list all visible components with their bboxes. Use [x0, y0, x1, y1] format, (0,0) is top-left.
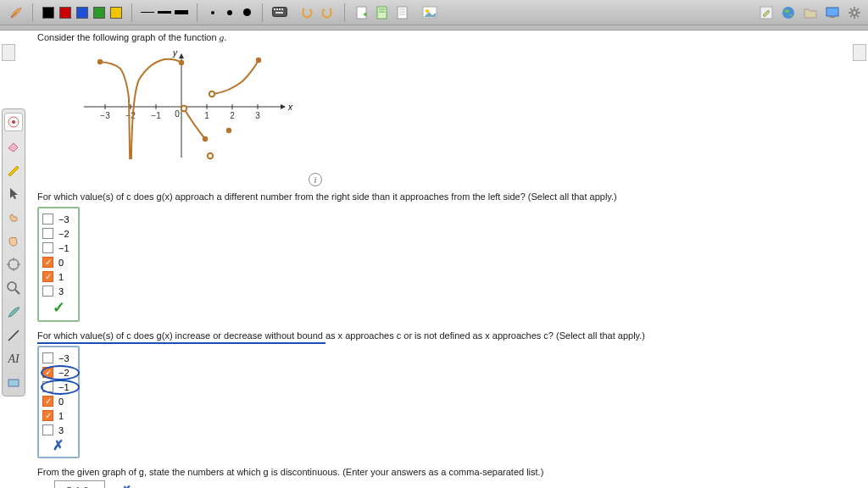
highlighter-tool[interactable] [4, 160, 23, 179]
magnifier-tool[interactable] [4, 279, 23, 297]
svg-point-31 [12, 120, 15, 124]
color-green[interactable] [92, 6, 106, 19]
info-icon[interactable]: i [309, 173, 322, 186]
q1-text: For which value(s) of c does g(x) approa… [37, 191, 853, 202]
page-green-icon[interactable] [374, 5, 391, 20]
checkbox[interactable] [42, 424, 53, 435]
option-row[interactable]: ✓−2 [42, 365, 70, 380]
page-plain-icon[interactable] [394, 5, 411, 20]
svg-text:3: 3 [255, 111, 260, 120]
option-row[interactable]: 3 [42, 284, 70, 298]
option-row[interactable]: ✓1 [42, 408, 70, 423]
checkbox[interactable]: ✓ [42, 410, 53, 421]
gear-icon[interactable] [846, 5, 863, 20]
color-yellow[interactable] [109, 6, 123, 19]
checkbox[interactable]: ✓ [42, 367, 53, 378]
checkbox[interactable]: ✓ [42, 396, 53, 407]
dot-small[interactable] [206, 6, 220, 19]
line-med[interactable] [158, 6, 171, 19]
q1-options: −3−2−1✓0✓13✓ [37, 207, 80, 322]
svg-point-62 [209, 92, 214, 97]
option-row[interactable]: −3 [42, 212, 70, 226]
svg-line-29 [857, 8, 859, 10]
checkbox[interactable] [42, 381, 53, 392]
svg-text:1: 1 [204, 111, 209, 120]
checkbox[interactable] [42, 228, 53, 239]
checkbox[interactable]: ✓ [42, 257, 53, 268]
svg-point-59 [179, 60, 184, 65]
brush-tool[interactable] [4, 302, 23, 321]
redo-button[interactable] [319, 5, 336, 20]
svg-rect-2 [274, 8, 275, 10]
wrong-mark-icon: ✗ [53, 437, 70, 453]
pen-tool[interactable] [4, 113, 23, 131]
feather-icon [8, 5, 24, 20]
color-black[interactable] [42, 6, 55, 19]
color-red[interactable] [58, 6, 72, 19]
hand-grab-tool[interactable] [4, 231, 23, 250]
option-row[interactable]: −1 [42, 380, 70, 394]
svg-line-28 [850, 15, 852, 17]
eraser-tool[interactable] [4, 136, 23, 155]
keyboard-icon[interactable] [271, 5, 288, 20]
undo-button[interactable] [298, 5, 315, 20]
text-tool[interactable]: AI [4, 350, 23, 369]
color-blue[interactable] [75, 6, 89, 19]
svg-rect-19 [826, 8, 838, 16]
svg-point-18 [782, 7, 794, 19]
checkbox[interactable] [42, 214, 53, 225]
globe-icon[interactable] [780, 5, 797, 20]
option-row[interactable]: ✓1 [42, 269, 70, 284]
wrong-mark-icon: ✗ [120, 483, 131, 489]
checkbox[interactable] [42, 286, 53, 297]
checkbox[interactable]: ✓ [42, 271, 53, 282]
svg-point-16 [426, 9, 429, 13]
svg-rect-5 [281, 8, 283, 10]
top-toolbar [0, 0, 868, 25]
folder-icon[interactable] [802, 5, 819, 20]
line-width-group [137, 6, 192, 19]
pointer-tool[interactable] [4, 184, 23, 202]
left-panel-tab[interactable] [2, 44, 15, 61]
new-page-icon[interactable] [353, 5, 370, 20]
monitor-icon[interactable] [824, 5, 841, 20]
svg-rect-3 [276, 8, 278, 10]
content-area: Consider the following graph of the func… [37, 30, 853, 488]
option-label: 3 [58, 286, 64, 297]
hand-point-tool[interactable] [4, 208, 23, 226]
image-icon[interactable] [421, 5, 438, 20]
correct-mark-icon: ✓ [53, 298, 70, 317]
svg-rect-6 [275, 12, 283, 14]
option-row[interactable]: ✓0 [42, 255, 70, 269]
svg-text:2: 2 [230, 111, 235, 120]
right-panel-tab[interactable] [853, 44, 866, 61]
q2-options: −3✓−2−1✓0✓13✗ [37, 346, 80, 458]
option-row[interactable]: 3 [42, 423, 70, 437]
target-tool[interactable] [4, 255, 23, 274]
checkbox[interactable] [42, 352, 53, 363]
option-label: −2 [58, 368, 70, 378]
option-row[interactable]: ✓0 [42, 394, 70, 408]
option-row[interactable]: −2 [42, 226, 70, 241]
option-label: −1 [58, 382, 70, 392]
shape-tool[interactable] [4, 374, 23, 392]
option-label: 1 [58, 411, 64, 421]
line-thick[interactable] [175, 6, 188, 19]
option-row[interactable]: −1 [42, 241, 70, 255]
svg-point-64 [226, 128, 231, 133]
q3-answer-input[interactable]: −2,1,0 [54, 480, 105, 488]
svg-text:0: 0 [175, 109, 180, 119]
line-tool[interactable] [4, 326, 23, 345]
line-thin[interactable] [141, 6, 154, 19]
color-palette [38, 6, 126, 19]
svg-point-61 [203, 136, 208, 141]
edit-icon[interactable] [758, 5, 775, 20]
dot-med[interactable] [223, 6, 236, 19]
option-label: −3 [58, 214, 70, 225]
dot-large[interactable] [240, 6, 253, 19]
option-row[interactable]: −3 [42, 351, 70, 365]
checkbox[interactable] [42, 242, 53, 253]
svg-point-65 [208, 153, 213, 158]
svg-point-58 [97, 59, 103, 64]
svg-text:y: y [172, 48, 178, 58]
